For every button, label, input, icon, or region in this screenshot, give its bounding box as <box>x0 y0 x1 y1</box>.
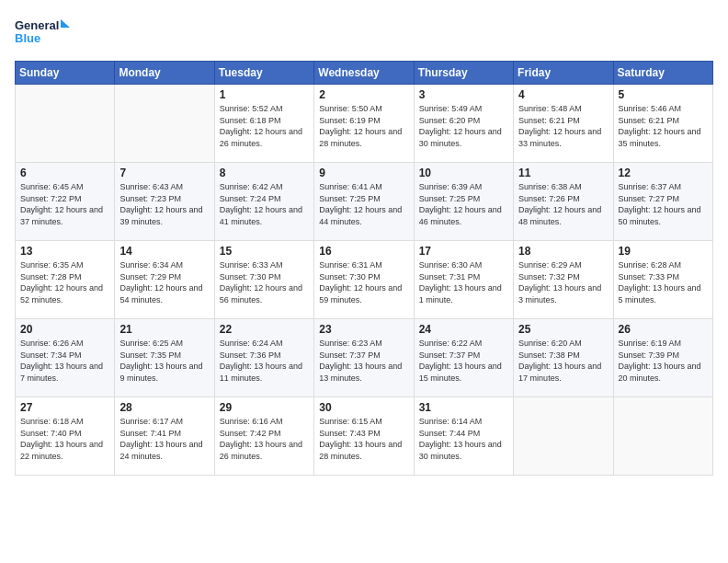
svg-text:General: General <box>15 18 59 32</box>
day-number: 6 <box>20 167 109 179</box>
logo-svg: General Blue <box>15 15 70 52</box>
day-info: Sunrise: 6:33 AMSunset: 7:30 PMDaylight:… <box>220 259 309 305</box>
day-info: Sunrise: 6:38 AMSunset: 7:26 PMDaylight:… <box>518 181 608 227</box>
calendar-table: SundayMondayTuesdayWednesdayThursdayFrid… <box>15 61 713 476</box>
svg-text:Blue: Blue <box>15 31 40 45</box>
day-info: Sunrise: 6:18 AMSunset: 7:40 PMDaylight:… <box>20 416 109 462</box>
calendar-week-row: 20Sunrise: 6:26 AMSunset: 7:34 PMDayligh… <box>16 319 713 397</box>
calendar-cell: 28Sunrise: 6:17 AMSunset: 7:41 PMDayligh… <box>115 397 214 476</box>
calendar-cell: 30Sunrise: 6:15 AMSunset: 7:43 PMDayligh… <box>314 397 414 476</box>
logo: General Blue <box>15 15 70 52</box>
day-number: 8 <box>220 167 309 179</box>
calendar-cell: 10Sunrise: 6:39 AMSunset: 7:25 PMDayligh… <box>414 163 513 241</box>
day-info: Sunrise: 6:30 AMSunset: 7:31 PMDaylight:… <box>419 259 508 305</box>
day-number: 1 <box>220 88 309 101</box>
day-number: 28 <box>119 401 209 414</box>
day-info: Sunrise: 6:39 AMSunset: 7:25 PMDaylight:… <box>419 181 508 227</box>
calendar-cell: 20Sunrise: 6:26 AMSunset: 7:34 PMDayligh… <box>16 319 115 397</box>
day-info: Sunrise: 6:35 AMSunset: 7:28 PMDaylight:… <box>20 259 109 305</box>
calendar-cell: 15Sunrise: 6:33 AMSunset: 7:30 PMDayligh… <box>214 241 313 319</box>
day-info: Sunrise: 6:26 AMSunset: 7:34 PMDaylight:… <box>20 338 109 384</box>
day-info: Sunrise: 6:24 AMSunset: 7:36 PMDaylight:… <box>220 338 309 384</box>
column-header-wednesday: Wednesday <box>314 62 414 85</box>
day-number: 31 <box>419 401 508 414</box>
calendar-week-row: 13Sunrise: 6:35 AMSunset: 7:28 PMDayligh… <box>16 241 713 319</box>
calendar-cell: 14Sunrise: 6:34 AMSunset: 7:29 PMDayligh… <box>115 241 214 319</box>
day-number: 2 <box>319 88 408 101</box>
calendar-cell: 16Sunrise: 6:31 AMSunset: 7:30 PMDayligh… <box>314 241 414 319</box>
calendar-cell <box>115 85 214 163</box>
day-number: 3 <box>419 88 508 101</box>
day-number: 15 <box>220 245 309 258</box>
calendar-cell: 23Sunrise: 6:23 AMSunset: 7:37 PMDayligh… <box>314 319 414 397</box>
calendar-cell <box>613 397 712 476</box>
day-number: 11 <box>518 167 608 179</box>
calendar-cell: 17Sunrise: 6:30 AMSunset: 7:31 PMDayligh… <box>414 241 513 319</box>
day-number: 24 <box>419 323 508 336</box>
calendar-cell: 13Sunrise: 6:35 AMSunset: 7:28 PMDayligh… <box>16 241 115 319</box>
calendar-cell: 22Sunrise: 6:24 AMSunset: 7:36 PMDayligh… <box>214 319 313 397</box>
day-info: Sunrise: 6:34 AMSunset: 7:29 PMDaylight:… <box>119 259 209 305</box>
calendar-cell: 29Sunrise: 6:16 AMSunset: 7:42 PMDayligh… <box>214 397 313 476</box>
day-info: Sunrise: 6:28 AMSunset: 7:33 PMDaylight:… <box>619 259 708 305</box>
day-number: 22 <box>220 323 309 336</box>
day-number: 9 <box>319 167 408 179</box>
day-number: 13 <box>20 245 109 258</box>
day-number: 16 <box>319 245 408 258</box>
day-number: 25 <box>518 323 608 336</box>
day-number: 14 <box>119 245 209 258</box>
column-header-tuesday: Tuesday <box>214 62 313 85</box>
calendar-cell: 8Sunrise: 6:42 AMSunset: 7:24 PMDaylight… <box>214 163 313 241</box>
day-info: Sunrise: 6:22 AMSunset: 7:37 PMDaylight:… <box>419 338 508 384</box>
calendar-cell: 21Sunrise: 6:25 AMSunset: 7:35 PMDayligh… <box>115 319 214 397</box>
calendar-week-row: 6Sunrise: 6:45 AMSunset: 7:22 PMDaylight… <box>16 163 713 241</box>
day-number: 27 <box>20 401 109 414</box>
calendar-cell: 12Sunrise: 6:37 AMSunset: 7:27 PMDayligh… <box>613 163 712 241</box>
calendar-cell: 19Sunrise: 6:28 AMSunset: 7:33 PMDayligh… <box>613 241 712 319</box>
day-info: Sunrise: 6:29 AMSunset: 7:32 PMDaylight:… <box>518 259 608 305</box>
column-header-sunday: Sunday <box>16 62 115 85</box>
calendar-cell <box>16 85 115 163</box>
day-number: 10 <box>419 167 508 179</box>
day-info: Sunrise: 6:43 AMSunset: 7:23 PMDaylight:… <box>119 181 209 227</box>
day-info: Sunrise: 6:14 AMSunset: 7:44 PMDaylight:… <box>419 416 508 462</box>
column-header-thursday: Thursday <box>414 62 513 85</box>
column-header-saturday: Saturday <box>613 62 712 85</box>
calendar-cell: 11Sunrise: 6:38 AMSunset: 7:26 PMDayligh… <box>514 163 613 241</box>
calendar-cell: 3Sunrise: 5:49 AMSunset: 6:20 PMDaylight… <box>414 85 513 163</box>
day-info: Sunrise: 6:25 AMSunset: 7:35 PMDaylight:… <box>119 338 209 384</box>
calendar-cell: 24Sunrise: 6:22 AMSunset: 7:37 PMDayligh… <box>414 319 513 397</box>
day-number: 21 <box>119 323 209 336</box>
page-header: General Blue <box>15 15 713 52</box>
day-number: 4 <box>518 88 608 101</box>
day-info: Sunrise: 6:19 AMSunset: 7:39 PMDaylight:… <box>619 338 708 384</box>
calendar-cell: 7Sunrise: 6:43 AMSunset: 7:23 PMDaylight… <box>115 163 214 241</box>
column-header-monday: Monday <box>115 62 214 85</box>
day-info: Sunrise: 6:37 AMSunset: 7:27 PMDaylight:… <box>619 181 708 227</box>
day-info: Sunrise: 6:16 AMSunset: 7:42 PMDaylight:… <box>220 416 309 462</box>
calendar-cell: 2Sunrise: 5:50 AMSunset: 6:19 PMDaylight… <box>314 85 414 163</box>
day-number: 17 <box>419 245 508 258</box>
calendar-cell: 31Sunrise: 6:14 AMSunset: 7:44 PMDayligh… <box>414 397 513 476</box>
day-number: 30 <box>319 401 408 414</box>
day-info: Sunrise: 6:31 AMSunset: 7:30 PMDaylight:… <box>319 259 408 305</box>
calendar-cell: 4Sunrise: 5:48 AMSunset: 6:21 PMDaylight… <box>514 85 613 163</box>
day-number: 26 <box>619 323 708 336</box>
calendar-cell: 5Sunrise: 5:46 AMSunset: 6:21 PMDaylight… <box>613 85 712 163</box>
day-info: Sunrise: 5:48 AMSunset: 6:21 PMDaylight:… <box>518 103 608 149</box>
column-header-friday: Friday <box>514 62 613 85</box>
day-info: Sunrise: 5:52 AMSunset: 6:18 PMDaylight:… <box>220 103 309 149</box>
calendar-week-row: 27Sunrise: 6:18 AMSunset: 7:40 PMDayligh… <box>16 397 713 476</box>
day-number: 18 <box>518 245 608 258</box>
calendar-cell: 9Sunrise: 6:41 AMSunset: 7:25 PMDaylight… <box>314 163 414 241</box>
calendar-cell: 26Sunrise: 6:19 AMSunset: 7:39 PMDayligh… <box>613 319 712 397</box>
day-number: 19 <box>619 245 708 258</box>
day-info: Sunrise: 6:45 AMSunset: 7:22 PMDaylight:… <box>20 181 109 227</box>
calendar-header-row: SundayMondayTuesdayWednesdayThursdayFrid… <box>16 62 713 85</box>
day-info: Sunrise: 5:50 AMSunset: 6:19 PMDaylight:… <box>319 103 408 149</box>
svg-marker-2 <box>61 19 70 28</box>
day-info: Sunrise: 6:23 AMSunset: 7:37 PMDaylight:… <box>319 338 408 384</box>
day-number: 29 <box>220 401 309 414</box>
day-info: Sunrise: 6:17 AMSunset: 7:41 PMDaylight:… <box>119 416 209 462</box>
day-number: 5 <box>619 88 708 101</box>
